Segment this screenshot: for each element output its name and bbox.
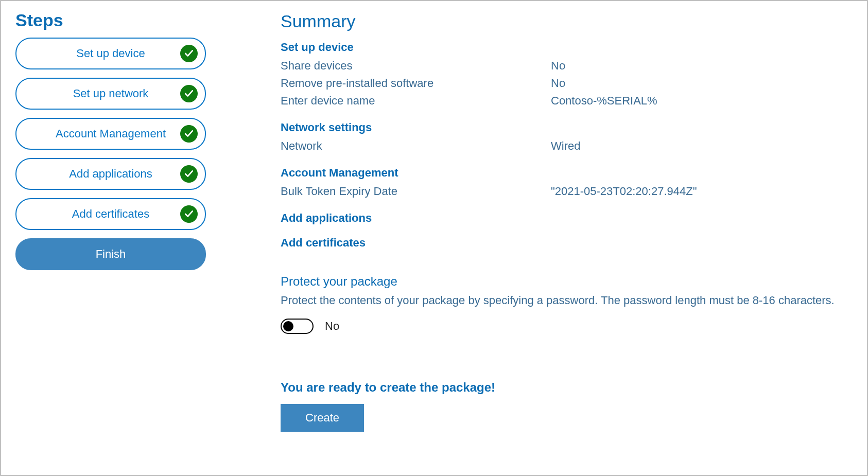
step-finish[interactable]: Finish	[15, 238, 206, 270]
step-label: Finish	[96, 248, 126, 261]
row-value: No	[551, 57, 853, 75]
step-label: Set up device	[76, 47, 145, 60]
steps-title: Steps	[15, 10, 252, 30]
section-heading: Account Management	[281, 166, 853, 180]
row-label: Enter device name	[281, 92, 551, 110]
section-set-up-device: Set up device Share devices No Remove pr…	[281, 41, 853, 110]
step-add-applications[interactable]: Add applications	[15, 158, 206, 190]
row-value: Wired	[551, 137, 853, 155]
row-value: "2021-05-23T02:20:27.944Z"	[551, 183, 853, 200]
protect-heading: Protect your package	[281, 274, 853, 289]
step-set-up-network[interactable]: Set up network	[15, 78, 206, 110]
row-value: No	[551, 75, 853, 92]
protect-toggle[interactable]	[281, 319, 314, 334]
steps-sidebar: Steps Set up device Set up network Accou…	[15, 10, 252, 461]
section-heading: Add certificates	[281, 236, 853, 250]
section-add-certificates: Add certificates	[281, 236, 853, 250]
ready-text: You are ready to create the package!	[281, 380, 853, 395]
step-label: Set up network	[73, 87, 149, 100]
row-remove-software: Remove pre-installed software No	[281, 75, 853, 92]
main-content: Summary Set up device Share devices No R…	[252, 10, 853, 461]
protect-toggle-row: No	[281, 319, 853, 334]
protect-description: Protect the contents of your package by …	[281, 294, 853, 307]
row-label: Remove pre-installed software	[281, 75, 551, 92]
row-label: Bulk Token Expiry Date	[281, 183, 551, 200]
section-account-management: Account Management Bulk Token Expiry Dat…	[281, 166, 853, 200]
checkmark-icon	[180, 45, 198, 62]
section-network-settings: Network settings Network Wired	[281, 121, 853, 155]
row-value: Contoso-%SERIAL%	[551, 92, 853, 110]
toggle-knob-icon	[283, 321, 293, 331]
checkmark-icon	[180, 85, 198, 102]
step-set-up-device[interactable]: Set up device	[15, 38, 206, 69]
step-label: Account Management	[56, 127, 166, 140]
checkmark-icon	[180, 165, 198, 183]
checkmark-icon	[180, 205, 198, 223]
step-add-certificates[interactable]: Add certificates	[15, 198, 206, 230]
section-add-applications: Add applications	[281, 211, 853, 225]
protect-toggle-label: No	[325, 320, 339, 333]
row-share-devices: Share devices No	[281, 57, 853, 75]
row-label: Network	[281, 137, 551, 155]
section-heading: Network settings	[281, 121, 853, 134]
section-protect-package: Protect your package Protect the content…	[281, 274, 853, 334]
step-label: Add applications	[69, 167, 152, 181]
section-heading: Set up device	[281, 41, 853, 54]
checkmark-icon	[180, 125, 198, 143]
section-heading: Add applications	[281, 211, 853, 225]
step-account-management[interactable]: Account Management	[15, 118, 206, 150]
page-title: Summary	[281, 11, 853, 31]
row-device-name: Enter device name Contoso-%SERIAL%	[281, 92, 853, 110]
row-token-expiry: Bulk Token Expiry Date "2021-05-23T02:20…	[281, 183, 853, 200]
step-label: Add certificates	[72, 207, 149, 221]
row-label: Share devices	[281, 57, 551, 75]
create-button[interactable]: Create	[281, 404, 364, 432]
row-network: Network Wired	[281, 137, 853, 155]
